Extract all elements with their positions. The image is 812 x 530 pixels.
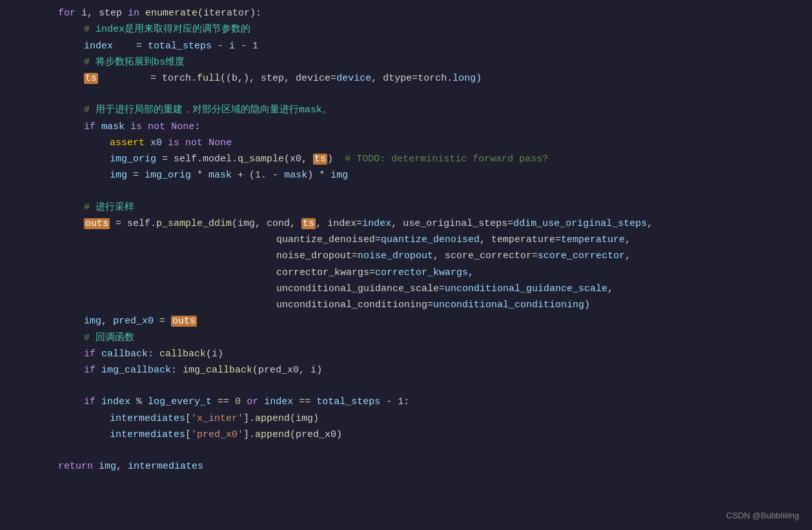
code-line: intermediates['x_inter'].append(img): [0, 411, 812, 427]
code-line: quantize_denoised=quantize_denoised, tem…: [0, 232, 812, 248]
watermark: CSDN @Bubbliiiing: [726, 509, 799, 522]
code-line: [0, 87, 812, 102]
code-line: index = total_steps - i - 1: [0, 38, 812, 54]
code-line: if mask is not None:: [0, 119, 812, 135]
code-container: for i, step in enumerate(iterator): # in…: [0, 0, 812, 530]
code-line: outs = self.p_sample_ddim(img, cond, ts,…: [0, 216, 812, 232]
code-line: corrector_kwargs=corrector_kwargs,: [0, 265, 812, 281]
code-line: if callback: callback(i): [0, 346, 812, 362]
code-line: unconditional_conditioning=unconditional…: [0, 297, 812, 313]
code-line: img = img_orig * mask + (1. - mask) * im…: [0, 167, 812, 183]
code-line: intermediates['pred_x0'].append(pred_x0): [0, 427, 812, 443]
code-line: # 用于进行局部的重建，对部分区域的隐向量进行mask。: [0, 102, 812, 118]
code-line: return img, intermediates: [0, 458, 812, 474]
code-line: # 将步数拓展到bs维度: [0, 54, 812, 70]
code-line: [0, 443, 812, 458]
code-line: [0, 378, 812, 394]
code-line: ts = torch.full((b,), step, device=devic…: [0, 70, 812, 87]
code-line: img, pred_x0 = outs: [0, 313, 812, 329]
code-line: if index % log_every_t == 0 or index == …: [0, 394, 812, 410]
code-line: img_orig = self.model.q_sample(x0, ts) #…: [0, 151, 812, 167]
code-line: assert x0 is not None: [0, 135, 812, 151]
code-line: for i, step in enumerate(iterator):: [0, 5, 812, 21]
code-line: unconditional_guidance_scale=uncondition…: [0, 281, 812, 297]
code-line: # index是用来取得对应的调节参数的: [0, 21, 812, 37]
code-line: [0, 184, 812, 199]
code-line: # 回调函数: [0, 330, 812, 346]
code-line: # 进行采样: [0, 199, 812, 216]
code-line: if img_callback: img_callback(pred_x0, i…: [0, 362, 812, 378]
code-line: noise_dropout=noise_dropout, score_corre…: [0, 248, 812, 264]
